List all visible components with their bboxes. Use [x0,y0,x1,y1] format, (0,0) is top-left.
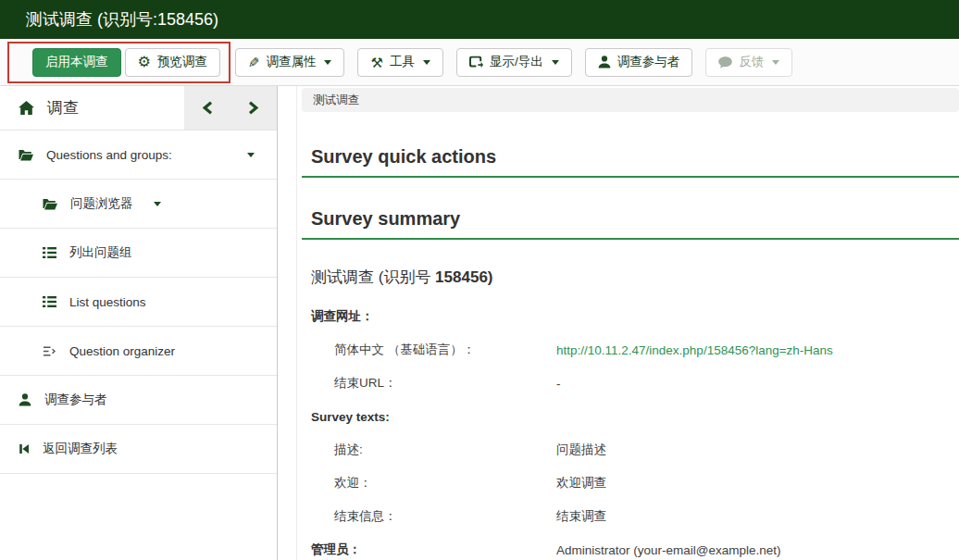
breadcrumb-item-survey[interactable]: 测试调查 [313,93,359,108]
sidebar-item-label: 调查参与者 [44,392,107,408]
sidebar-item[interactable]: Question organizer [0,327,277,376]
list-icon [43,296,56,307]
preview-survey-button[interactable]: 预览调查 [125,48,220,77]
summary-row-value: - [556,377,561,391]
sidebar-item[interactable]: List questions [0,278,277,327]
summary-row-label: Survey texts: [302,410,556,424]
sidebar-content-gutter [278,86,296,560]
summary-row-label: 简体中文 （基础语言）： [302,342,556,358]
summary-row-value: 结束调查 [556,508,606,525]
preview-survey-label: 预览调查 [157,54,207,70]
display-export-button[interactable]: 显示/导出 [456,48,572,77]
main-layout: 调查 Questions and groups:问题浏览器列出问题组List q… [0,86,959,560]
summary-row-value: 问题描述 [556,442,606,458]
sidebar-item-label: Question organizer [69,344,175,358]
activate-survey-button[interactable]: 启用本调查 [32,48,121,77]
survey-url-link[interactable]: http://10.11.2.47/index.php/158456?lang=… [556,343,833,357]
pencil-icon [248,56,260,69]
summary-row-label: 欢迎： [302,475,556,492]
summary-row: 简体中文 （基础语言）：http://10.11.2.47/index.php/… [302,333,959,367]
user-icon [19,393,31,406]
caret-down-icon [154,202,161,206]
caret-down-icon [324,60,331,65]
survey-properties-button[interactable]: 调查属性 [235,48,345,77]
annotation-highlight-box: 启用本调查 预览调查 [7,42,230,83]
chevron-left-icon[interactable] [202,101,213,115]
step-backward-icon [19,443,30,454]
folder-open-icon [43,198,57,210]
summary-row: 管理员：Administrator (your-email@example.ne… [302,533,959,560]
survey-participants-button[interactable]: 调查参与者 [585,48,693,77]
topbar: 测试调查 (识别号:158456) [0,0,959,39]
activate-survey-label: 启用本调查 [45,54,108,70]
summary-row-value: http://10.11.2.47/index.php/158456?lang=… [556,343,833,357]
sidebar-header: 调查 [0,86,277,131]
feedback-comment-icon [718,56,732,68]
summary-row: 结束信息：结束调查 [302,500,959,533]
list-icon [43,247,56,258]
sidebar-item[interactable]: Questions and groups: [0,131,277,180]
survey-participants-label: 调查参与者 [617,54,680,70]
summary-rows: 调查网址：简体中文 （基础语言）：http://10.11.2.47/index… [302,300,959,560]
survey-properties-label: 调查属性 [266,54,316,70]
sidebar-item-label: List questions [69,295,146,309]
gear-icon [138,55,151,69]
sidebar-item-label: 问题浏览器 [70,195,133,212]
tools-label: 工具 [390,54,415,70]
page-title: 测试调查 (识别号:158456) [26,8,218,31]
breadcrumb: 测试调查 [302,88,959,112]
sidebar-items: Questions and groups:问题浏览器列出问题组List ques… [0,131,277,474]
quick-actions-heading: Survey quick actions [302,146,959,178]
summary-row-label: 描述: [302,442,556,458]
survey-title-id: 158456) [435,268,492,286]
summary-row: 结束URL：- [302,367,959,400]
sidebar-item[interactable]: 问题浏览器 [0,180,277,229]
sidebar-item[interactable]: 列出问题组 [0,229,277,278]
sidebar-item-label: Questions and groups: [46,148,172,162]
caret-down-icon [772,60,779,65]
summary-row: 描述:问题描述 [302,433,959,467]
summary-row-value: Administrator (your-email@example.net) [556,543,781,557]
organizer-icon [43,345,56,357]
summary-row-label: 管理员： [302,541,556,558]
feedback-label: 反馈 [739,54,764,70]
summary-row-value: 欢迎调查 [556,475,606,492]
display-export-label: 显示/导出 [490,54,543,70]
caret-down-icon [423,60,430,65]
summary-row: 欢迎：欢迎调查 [302,467,959,500]
sidebar-item-label: 返回调查列表 [43,441,118,457]
summary-row: Survey texts: [302,400,959,433]
limesurvey-admin-page: 测试调查 (识别号:158456) 启用本调查 预览调查 调查属性 工具 显示/… [0,0,959,560]
tools-button[interactable]: 工具 [357,48,442,77]
summary-heading: Survey summary [302,208,959,240]
tools-icon [370,56,382,69]
feedback-button[interactable]: 反馈 [705,48,792,77]
survey-title-text: 测试调查 (识别号 [311,268,435,286]
toolbar: 启用本调查 预览调查 调查属性 工具 显示/导出 调查参与者 [0,39,959,86]
summary-row-label: 调查网址： [302,308,556,325]
sidebar-collapse-controls [184,86,277,130]
sidebar-item-label: 列出问题组 [69,244,132,261]
summary-row-label: 结束信息： [302,508,556,525]
folder-open-icon [19,149,33,161]
summary-row-label: 结束URL： [302,375,556,392]
sidebar: 调查 Questions and groups:问题浏览器列出问题组List q… [0,86,278,560]
sidebar-title: 调查 [47,97,79,118]
home-icon [19,101,34,115]
display-export-icon [469,56,483,68]
survey-title: 测试调查 (识别号 158456) [311,267,959,288]
caret-down-icon [552,60,559,65]
sidebar-item[interactable]: 调查参与者 [0,376,277,425]
sidebar-item[interactable]: 返回调查列表 [0,425,277,474]
content-area: 测试调查 Survey quick actions Survey summary… [296,86,959,560]
chevron-right-icon[interactable] [248,101,259,115]
summary-row: 调查网址： [302,300,959,333]
user-icon [598,56,611,68]
caret-down-icon [247,153,255,157]
